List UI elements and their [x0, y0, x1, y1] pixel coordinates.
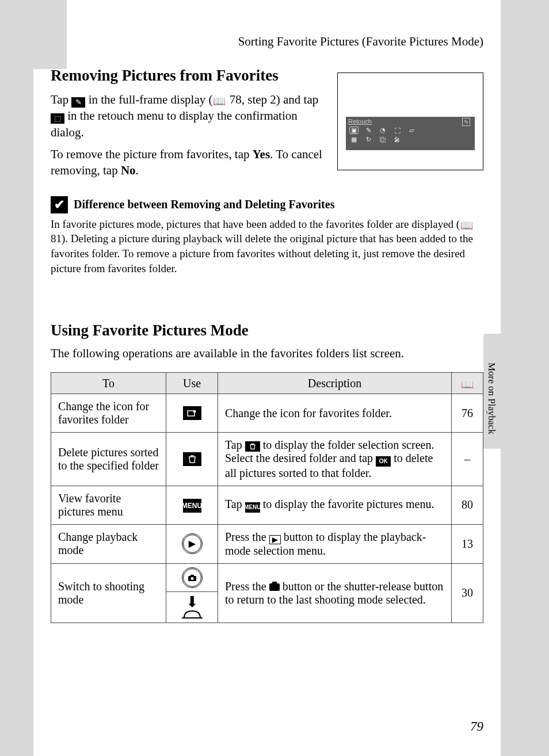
text: To remove the picture from favorites, ta… — [51, 147, 253, 161]
text: in the retouch menu to display the confi… — [51, 109, 298, 139]
th-to: To — [51, 373, 166, 394]
operations-table: To Use Description 📖 Change the icon for… — [51, 372, 483, 623]
desc-cell: Press the ▶ button to display the playba… — [218, 524, 452, 563]
small-pic-icon: ▦ — [349, 136, 359, 143]
text: Press the — [225, 530, 269, 543]
use-cell — [166, 433, 218, 486]
to-cell: Change playback mode — [51, 524, 166, 563]
menu-icon: MENU — [183, 499, 201, 513]
svg-rect-3 — [190, 575, 194, 576]
svg-point-1 — [193, 410, 196, 413]
trash-icon — [183, 452, 201, 466]
desc-cell: Tap to display the folder selection scre… — [218, 433, 452, 486]
perspective-icon: ▱ — [407, 127, 416, 134]
text: Tap — [51, 93, 71, 106]
page-cell: – — [452, 433, 483, 486]
page-number: 79 — [470, 719, 483, 734]
text: in the full-frame display ( — [85, 93, 212, 106]
ok-icon: OK — [376, 456, 391, 467]
side-section-label: More on Playback — [486, 362, 497, 434]
text: In favorite pictures mode, pictures that… — [51, 218, 460, 230]
retouch-panel: ✎ Retouch ▣ ✎ ◔ ⛶ ▱ ▦ ↻ ⿻ 🎤︎ — [346, 117, 475, 150]
trash-icon — [245, 441, 260, 452]
to-cell: View favorite pictures menu — [51, 486, 166, 524]
retouch-menu-icon: ⬚ — [51, 113, 64, 124]
book-icon: 📖 — [212, 96, 226, 107]
table-row: View favorite pictures menu MENU Tap MEN… — [51, 486, 483, 524]
desc-cell: Press the button or the shutter-release … — [218, 563, 452, 623]
edit-icon: ✎ — [462, 118, 470, 126]
text: 78, step 2) and tap — [226, 93, 318, 106]
heading-using: Using Favorite Pictures Mode — [51, 322, 483, 339]
retouch-figure: ✎ Retouch ▣ ✎ ◔ ⛶ ▱ ▦ ↻ ⿻ 🎤︎ — [337, 72, 483, 170]
use-cell: ▶ — [166, 524, 218, 563]
yes-label: Yes — [253, 147, 270, 161]
th-use: Use — [166, 373, 218, 394]
to-cell: Change the icon for favorites folder — [51, 394, 166, 433]
removing-para-2: To remove the picture from favorites, ta… — [51, 146, 333, 179]
page-cell: 30 — [452, 563, 483, 623]
camera-button-icon — [182, 567, 203, 588]
book-icon: 📖 — [460, 379, 474, 390]
use-cell — [166, 563, 218, 591]
use-cell: MENU — [166, 486, 218, 524]
table-row: Switch to shooting mode Press the button… — [51, 563, 483, 591]
text: to display the favorite pictures menu. — [260, 498, 434, 510]
to-cell: Delete pictures sorted to the specified … — [51, 433, 166, 486]
camera-icon — [269, 583, 280, 591]
palette-icon — [183, 406, 201, 420]
stretch-icon: ⛶ — [392, 127, 402, 134]
text: 81). Deleting a picture during playback … — [51, 232, 473, 274]
page-cell: 76 — [452, 394, 483, 433]
playback-button-icon: ▶ — [182, 533, 203, 554]
rotate-icon: ↻ — [364, 136, 373, 143]
menu-icon: MENU — [245, 502, 260, 513]
text: Press the — [225, 580, 269, 593]
text: Tap — [225, 498, 245, 510]
shutter-release-icon: ⬇ — [169, 595, 215, 619]
page-cell: 80 — [452, 486, 483, 524]
page-cell: 13 — [452, 524, 483, 563]
use-cell — [166, 394, 218, 433]
note-text: In favorite pictures mode, pictures that… — [51, 217, 483, 276]
edit-icon: ✎ — [71, 97, 85, 108]
removing-para-1: Tap ✎ in the full-frame display (📖 78, s… — [51, 91, 333, 140]
voice-icon: 🎤︎ — [392, 136, 402, 143]
th-page: 📖 — [452, 373, 483, 394]
arrow-down-icon: ⬇ — [186, 595, 199, 609]
th-desc: Description — [218, 373, 452, 394]
paint-icon: ▣ — [349, 127, 359, 134]
retouch-title: Retouch — [346, 117, 475, 125]
playback-icon: ▶ — [269, 535, 281, 544]
note-block: ✔ Difference between Removing and Deleti… — [51, 196, 483, 276]
desc-cell: Tap MENU to display the favorite picture… — [218, 486, 452, 524]
use-cell: ⬇ — [166, 591, 218, 623]
section2-intro: The following operations are available i… — [51, 346, 483, 361]
brush-icon: ✎ — [364, 127, 373, 134]
note-title: Difference between Removing and Deleting… — [74, 198, 334, 211]
book-icon: 📖 — [460, 220, 474, 231]
no-label: No — [121, 163, 136, 177]
svg-point-4 — [190, 577, 193, 580]
text: . — [136, 163, 139, 177]
running-head: Sorting Favorite Pictures (Favorite Pict… — [238, 35, 483, 49]
dlighting-icon: ◔ — [378, 127, 387, 134]
copy-icon: ⿻ — [378, 136, 387, 143]
table-row: Change the icon for favorites folder Cha… — [51, 394, 483, 433]
table-row: Delete pictures sorted to the specified … — [51, 433, 483, 486]
text: Tap — [225, 438, 245, 451]
table-row: Change playback mode ▶ Press the ▶ butto… — [51, 524, 483, 563]
check-icon: ✔ — [51, 196, 68, 213]
desc-cell: Change the icon for favorites folder. — [218, 394, 452, 433]
to-cell: Switch to shooting mode — [51, 563, 166, 623]
